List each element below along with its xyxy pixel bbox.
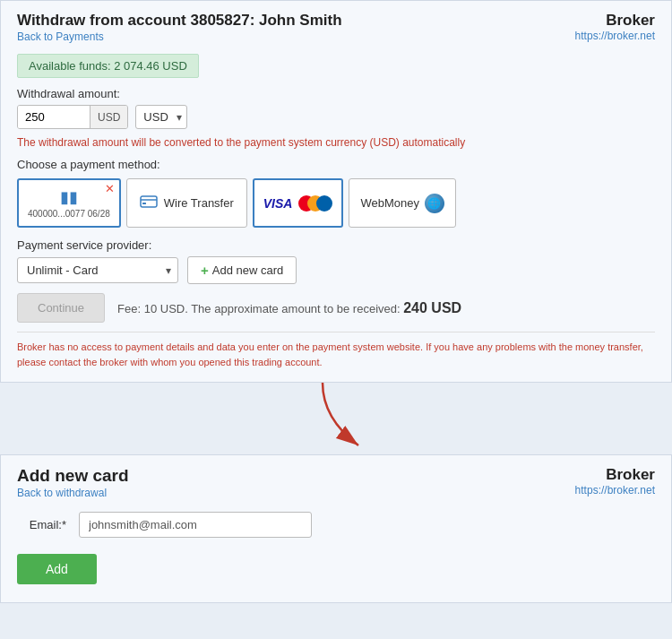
wire-icon xyxy=(140,194,158,212)
psp-select[interactable]: Unlimit - Card Other Provider xyxy=(17,257,178,283)
plus-icon: + xyxy=(201,263,209,278)
payment-method-visa[interactable]: VISA xyxy=(253,178,344,228)
svg-rect-2 xyxy=(142,203,146,204)
amount-input-wrap: USD xyxy=(17,105,128,129)
header-right: Broker https://broker.net xyxy=(575,12,655,42)
bottom-broker-url[interactable]: https://broker.net xyxy=(575,484,655,497)
back-to-payments-link[interactable]: Back to Payments xyxy=(17,30,104,43)
conversion-note: The withdrawal amount will be converted … xyxy=(17,136,655,149)
bottom-broker-label: Broker xyxy=(575,466,655,484)
arrow-svg xyxy=(305,374,412,454)
email-input[interactable] xyxy=(79,512,312,538)
email-row: Email:* xyxy=(17,512,655,538)
currency-select[interactable]: USD EUR GBP xyxy=(135,105,187,129)
psp-row: Unlimit - Card Other Provider + Add new … xyxy=(17,256,655,284)
amount-input[interactable] xyxy=(18,106,90,128)
withdrawal-amount-label: Withdrawal amount: xyxy=(17,87,655,100)
bottom-right: Broker https://broker.net xyxy=(575,466,655,497)
fee-note: Fee: 10 USD. The approximate amount to b… xyxy=(117,300,461,316)
page-title: Withdraw from account 3805827: John Smit… xyxy=(17,12,342,30)
broker-label: Broker xyxy=(575,12,655,30)
add-new-card-button[interactable]: + Add new card xyxy=(187,256,297,284)
psp-label: Payment service provider: xyxy=(17,238,655,252)
payment-method-webmoney[interactable]: WebMoney 🌐 xyxy=(349,178,456,228)
fee-text: Fee: 10 USD. The approximate amount to b… xyxy=(117,302,403,315)
bottom-left: Add new card Back to withdrawal xyxy=(17,466,129,499)
card-info: 400000...0077 06/28 xyxy=(28,209,110,219)
disclaimer: Broker has no access to payment details … xyxy=(17,332,655,369)
add-card-title: Add new card xyxy=(17,466,129,486)
header-left: Withdraw from account 3805827: John Smit… xyxy=(17,12,342,43)
broker-url[interactable]: https://broker.net xyxy=(575,30,655,42)
visa-text: VISA xyxy=(263,196,293,211)
payment-method-card[interactable]: ✕ ▮▮ 400000...0077 06/28 xyxy=(17,178,121,228)
currency-badge: USD xyxy=(90,106,127,128)
choose-payment-label: Choose a payment method: xyxy=(17,158,655,171)
email-label: Email:* xyxy=(17,518,66,531)
psp-select-wrap: Unlimit - Card Other Provider xyxy=(17,257,178,283)
payment-methods-row: ✕ ▮▮ 400000...0077 06/28 Wire Transfer V… xyxy=(17,178,655,228)
close-card-icon[interactable]: ✕ xyxy=(105,183,115,194)
add-card-label: Add new card xyxy=(212,263,284,277)
available-funds-bar: Available funds: 2 074.46 USD xyxy=(17,54,199,78)
top-header: Withdraw from account 3805827: John Smit… xyxy=(17,12,655,43)
arrow-container xyxy=(0,383,672,454)
wire-transfer-label: Wire Transfer xyxy=(164,196,234,210)
back-to-withdrawal-link[interactable]: Back to withdrawal xyxy=(17,487,107,499)
currency-select-wrap: USD EUR GBP xyxy=(135,105,187,129)
svg-rect-0 xyxy=(141,196,157,207)
bottom-section: Add new card Back to withdrawal Broker h… xyxy=(0,454,672,603)
credit-card-icon: ▮▮ xyxy=(60,187,78,207)
payment-method-wire[interactable]: Wire Transfer xyxy=(126,178,247,228)
mc-blue-circle xyxy=(316,195,332,212)
webmoney-label: WebMoney xyxy=(360,196,419,210)
top-section: Withdraw from account 3805827: John Smit… xyxy=(0,0,672,383)
mastercard-logo xyxy=(298,195,332,212)
add-button[interactable]: Add xyxy=(17,554,97,584)
fee-amount: 240 USD xyxy=(403,300,461,315)
bottom-header: Add new card Back to withdrawal Broker h… xyxy=(17,466,655,499)
continue-button: Continue xyxy=(17,293,105,323)
webmoney-globe-icon: 🌐 xyxy=(425,194,444,213)
amount-row: USD USD EUR GBP xyxy=(17,105,655,129)
continue-row: Continue Fee: 10 USD. The approximate am… xyxy=(17,293,655,323)
